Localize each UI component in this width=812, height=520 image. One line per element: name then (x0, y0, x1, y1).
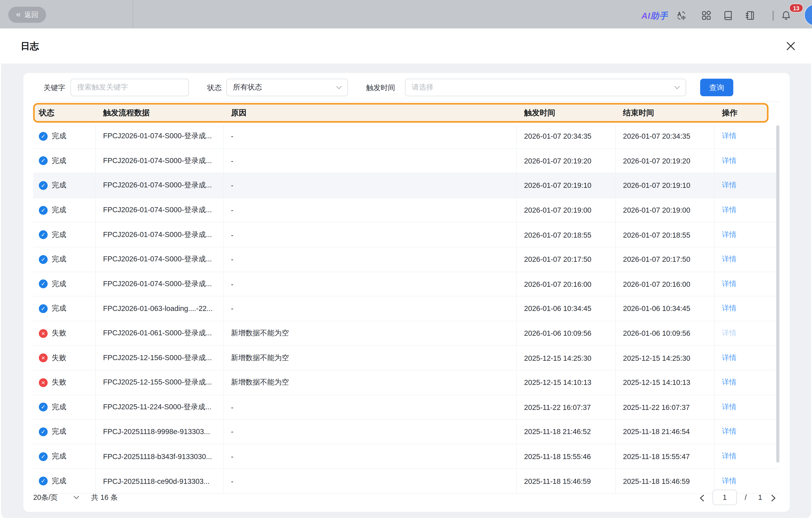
status-text: 完成 (52, 230, 66, 239)
table-row: 完成 FPCJ2026-01-074-S000-登录成... - 2026-01… (33, 223, 780, 247)
avatar[interactable] (804, 4, 812, 26)
flow-data-cell: FPCJ2026-01-074-S000-登录成... (96, 247, 224, 271)
reason-cell: - (224, 420, 517, 444)
screen: « 返回 AI助手 中 (0, 0, 812, 520)
flow-data-cell: FPCJ2025-12-155-S000-登录成... (96, 370, 224, 395)
status-text: 失败 (52, 378, 66, 387)
detail-link[interactable]: 详情 (722, 402, 736, 412)
reason-cell: - (224, 174, 517, 198)
end-time-cell: 2026-01-07 20:34:35 (616, 124, 715, 148)
flow-data-cell: FPCJ2026-01-074-S000-登录成... (96, 124, 224, 148)
detail-link[interactable]: 详情 (722, 427, 736, 436)
status-icon (39, 378, 48, 387)
topbar-divider (133, 0, 133, 28)
flow-data-cell: FPCJ-20251118-b343f-9133030... (96, 444, 224, 469)
page-input[interactable] (713, 490, 737, 505)
bell-icon[interactable] (781, 10, 791, 21)
table-scrollbar[interactable] (776, 125, 780, 463)
flow-data-cell: FPCJ2026-01-061-S000-登录成... (96, 321, 224, 345)
detail-link[interactable]: 详情 (722, 230, 736, 239)
table-header: 状态 触发流程数据 原因 触发时间 结束时间 操作 (33, 103, 768, 123)
translate-icon[interactable]: 中 (676, 10, 687, 21)
page-size-select[interactable]: 20条/页 (33, 488, 58, 507)
status-text: 完成 (52, 402, 66, 412)
page-title: 日志 (21, 28, 39, 63)
notebook-icon[interactable] (745, 10, 755, 21)
close-icon[interactable] (786, 42, 795, 51)
status-text: 完成 (52, 181, 66, 190)
end-time-cell: 2025-11-18 21:46:54 (616, 420, 715, 444)
detail-link[interactable]: 详情 (722, 181, 736, 190)
trigger-time-cell: 2025-11-18 21:46:52 (517, 420, 616, 444)
status-select[interactable]: 所有状态 (226, 79, 348, 96)
apps-grid-icon[interactable] (701, 10, 712, 21)
flow-data-cell: FPCJ2026-01-074-S000-登录成... (96, 149, 224, 173)
detail-link[interactable]: 详情 (722, 132, 736, 141)
status-icon (39, 304, 48, 313)
status-icon (39, 403, 48, 412)
table-row: 失败 FPCJ2025-12-156-S000-登录成... 新增数据不能为空 … (33, 346, 780, 370)
action-cell: 详情 (715, 124, 780, 148)
table-row: 完成 FPCJ2025-11-224-S000-登录成... - 2025-11… (33, 395, 780, 420)
flow-data-cell: FPCJ2026-01-074-S000-登录成... (96, 174, 224, 198)
book-icon[interactable] (723, 10, 733, 21)
reason-cell: 新增数据不能为空 (224, 370, 517, 395)
trigger-time-select[interactable]: 请选择 (405, 79, 686, 96)
chevron-down-icon[interactable] (74, 496, 79, 499)
detail-link[interactable]: 详情 (722, 476, 736, 486)
chevron-left-icon[interactable] (700, 488, 704, 507)
total-pages: 1 (758, 488, 762, 507)
action-cell: 详情 (715, 149, 780, 173)
col-trigger-time: 触发时间 (517, 108, 616, 118)
status-cell: 完成 (33, 174, 96, 198)
flow-data-cell: FPCJ2025-12-156-S000-登录成... (96, 346, 224, 370)
flow-data-cell: FPCJ2026-01-063-loading....-22... (96, 297, 224, 321)
end-time-cell: 2026-01-07 20:18:55 (616, 223, 715, 247)
keyword-input[interactable]: 搜索触发关键字 (70, 79, 189, 96)
flow-data-cell: FPCJ-20251118-9998e-913303... (96, 420, 224, 444)
trigger-time-placeholder: 请选择 (412, 83, 433, 92)
detail-link[interactable]: 详情 (722, 304, 736, 313)
status-text: 失败 (52, 353, 66, 362)
end-time-cell: 2026-01-07 20:17:50 (616, 247, 715, 271)
table-row: 完成 FPCJ2026-01-074-S000-登录成... - 2026-01… (33, 149, 780, 173)
detail-link[interactable]: 详情 (722, 255, 736, 264)
detail-link[interactable]: 详情 (722, 156, 736, 165)
trigger-time-cell: 2026-01-06 10:09:56 (517, 321, 616, 345)
ai-assistant-button[interactable]: AI助手 (621, 10, 668, 22)
col-action: 操作 (715, 108, 767, 118)
reason-cell: - (224, 149, 517, 173)
detail-link[interactable]: 详情 (722, 329, 736, 338)
status-cell: 完成 (33, 420, 96, 444)
detail-link[interactable]: 详情 (722, 378, 736, 387)
action-cell: 详情 (715, 444, 780, 469)
trigger-time-cell: 2026-01-07 20:19:10 (517, 174, 616, 198)
status-cell: 完成 (33, 395, 96, 419)
status-icon (39, 280, 48, 288)
detail-link[interactable]: 详情 (722, 280, 736, 289)
detail-link[interactable]: 详情 (722, 353, 736, 362)
search-button[interactable]: 查询 (700, 79, 733, 96)
reason-cell: - (224, 272, 517, 296)
trigger-time-cell: 2026-01-07 20:34:35 (517, 124, 616, 148)
table-body: 完成 FPCJ2026-01-074-S000-登录成... - 2026-01… (33, 124, 780, 494)
end-time-cell: 2026-01-07 20:19:00 (616, 198, 715, 222)
end-time-cell: 2025-12-15 14:10:13 (616, 370, 715, 395)
col-end-time: 结束时间 (616, 108, 715, 118)
status-icon (39, 132, 48, 141)
flow-data-cell: FPCJ2026-01-074-S000-登录成... (96, 198, 224, 222)
detail-link[interactable]: 详情 (722, 452, 736, 461)
modal-header: 日志 (1, 28, 811, 64)
table-row: 完成 FPCJ2026-01-074-S000-登录成... - 2026-01… (33, 174, 780, 198)
status-text: 完成 (52, 304, 66, 313)
action-cell: 详情 (715, 321, 780, 345)
status-icon (39, 477, 48, 486)
trigger-time-cell: 2026-01-07 20:17:50 (517, 247, 616, 271)
table-row: 失败 FPCJ2025-12-155-S000-登录成... 新增数据不能为空 … (33, 370, 780, 395)
back-label: 返回 (24, 10, 39, 19)
detail-link[interactable]: 详情 (722, 206, 736, 215)
reason-cell: - (224, 124, 517, 148)
chevron-right-icon[interactable] (771, 488, 776, 507)
back-button[interactable]: « 返回 (8, 7, 46, 23)
trigger-time-cell: 2025-12-15 14:10:13 (517, 370, 616, 395)
